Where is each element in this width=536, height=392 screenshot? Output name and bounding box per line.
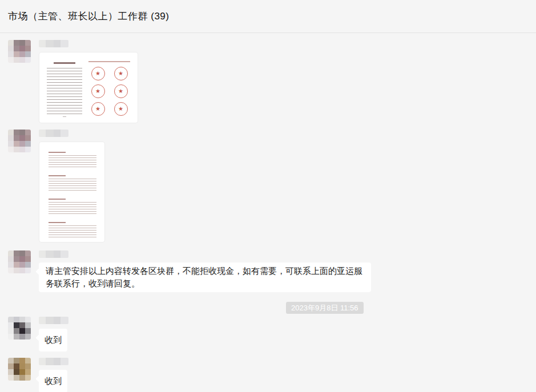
message-content: ★ ★ ★ ★ ★ ★: [39, 40, 138, 123]
paragraph-lines-placeholder: [49, 155, 96, 169]
message-content: 收到: [39, 317, 68, 351]
avatar[interactable]: [8, 358, 31, 381]
chat-window: 市场（主管、班长以上）工作群 (39) ★ ★: [0, 0, 536, 392]
document-pagenumber-placeholder: [63, 116, 66, 118]
official-seal-icon: ★: [114, 102, 128, 116]
paragraph-lines-placeholder: [49, 179, 96, 192]
message-text: 请主管安排以上内容转发各区块群，不能拒收现金，如有需要，可联系上面的亚运服务联系…: [46, 266, 362, 288]
message-content: 收到: [39, 358, 68, 392]
paragraph-lines-placeholder: [49, 225, 96, 239]
message-list[interactable]: ★ ★ ★ ★ ★ ★: [0, 33, 536, 392]
message-row: 请主管安排以上内容转发各区块群，不能拒收现金，如有需要，可联系上面的亚运服务联系…: [8, 250, 528, 292]
sender-name-redacted: [39, 358, 68, 365]
avatar[interactable]: [8, 40, 31, 63]
message-content: 请主管安排以上内容转发各区块群，不能拒收现金，如有需要，可联系上面的亚运服务联系…: [39, 250, 371, 292]
message-row: 收到: [8, 317, 528, 351]
document-paragraph: [49, 222, 95, 239]
paragraph-heading-placeholder: [49, 175, 66, 176]
official-seal-icon: ★: [91, 102, 105, 116]
paragraph-heading-placeholder: [49, 199, 66, 200]
document-stamps-column: ★ ★ ★ ★ ★ ★: [88, 61, 130, 117]
message-bubble[interactable]: 请主管安排以上内容转发各区块群，不能拒收现金，如有需要，可联系上面的亚运服务联系…: [39, 262, 371, 292]
paragraph-heading-placeholder: [49, 222, 66, 223]
sender-name-redacted: [39, 130, 68, 137]
message-text: 收到: [45, 376, 62, 386]
avatar[interactable]: [8, 130, 31, 152]
document-paragraph: [49, 152, 95, 169]
document-title-placeholder: [54, 62, 75, 64]
stamp-grid: ★ ★ ★ ★ ★ ★: [88, 67, 130, 116]
paragraph-heading-placeholder: [49, 152, 66, 153]
document-paragraph: [49, 199, 95, 216]
image-message-contact-list[interactable]: [39, 142, 105, 243]
message-text: 收到: [45, 335, 62, 345]
message-row: 收到: [8, 358, 528, 392]
official-seal-icon: ★: [114, 84, 128, 98]
sender-name-redacted: [39, 40, 68, 47]
official-seal-icon: ★: [114, 67, 128, 80]
avatar[interactable]: [8, 250, 31, 273]
document-body-placeholder: [47, 68, 82, 114]
document-text-column: [47, 61, 82, 117]
message-content: [39, 130, 105, 243]
sender-name-redacted: [39, 250, 68, 258]
image-message-stamped-document[interactable]: ★ ★ ★ ★ ★ ★: [39, 52, 138, 123]
chat-header: 市场（主管、班长以上）工作群 (39): [0, 0, 536, 33]
chat-title: 市场（主管、班长以上）工作群 (39): [8, 10, 169, 23]
official-seal-icon: ★: [91, 67, 105, 80]
message-bubble[interactable]: 收到: [39, 329, 67, 351]
paragraph-lines-placeholder: [49, 202, 96, 216]
message-row: [8, 130, 528, 243]
timestamp-badge: 2023年9月8日 11:56: [286, 302, 364, 314]
message-row: ★ ★ ★ ★ ★ ★: [8, 40, 528, 123]
official-seal-icon: ★: [91, 84, 105, 98]
sender-name-redacted: [39, 317, 68, 324]
avatar[interactable]: [8, 317, 31, 340]
document-header-placeholder: [88, 61, 130, 62]
document-paragraph: [49, 175, 95, 192]
message-bubble[interactable]: 收到: [39, 370, 67, 392]
